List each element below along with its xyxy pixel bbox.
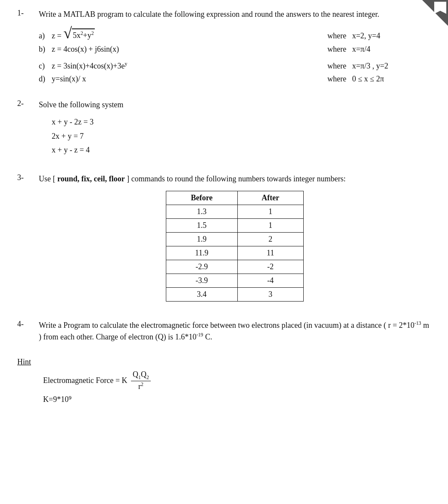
formula-label: Electromagnetic Force = K: [43, 376, 129, 385]
table-row: 1.31: [166, 205, 304, 219]
k-value: K=9*10⁹: [43, 395, 431, 404]
q1-c-condition: where x=π/3 , y=2: [319, 60, 431, 72]
table-cell: 11.9: [166, 246, 238, 260]
hint-title: Hint: [17, 358, 431, 367]
q4-body: Write a Program to calculate the electro…: [39, 320, 431, 345]
q2-intro: Solve the following system: [39, 99, 431, 111]
q1-c-label: c): [39, 60, 52, 72]
q1-b-expr: z = 4cos(x) + j6sin(x): [52, 43, 319, 56]
q1-c-expr: z = 3sin(x)+4cos(x)+3ey: [52, 60, 319, 72]
col-after: After: [237, 191, 303, 205]
q4-text: Write a Program to calculate the electro…: [39, 320, 431, 343]
fraction-denominator: r2: [137, 381, 145, 391]
q3-intro: Use [ round, fix, ceil, floor ] commands…: [39, 173, 431, 185]
q1-d-label: d): [39, 73, 52, 85]
question-1: 1- Write a MATLAB program to calculate t…: [17, 9, 431, 87]
eq2: 2x + y = 7: [52, 129, 431, 143]
q1-a-condition: where x=2, y=4: [319, 30, 431, 42]
bookmark-icon: [422, 0, 448, 26]
q2-body: Solve the following system x + y - 2z = …: [39, 99, 431, 161]
col-before: Before: [166, 191, 238, 205]
question-4: 4- Write a Program to calculate the elec…: [17, 320, 431, 345]
q1-part-b: b) z = 4cos(x) + j6sin(x) where x=π/4: [39, 43, 431, 56]
q2-equations: x + y - 2z = 3 2x + y = 7 x + y - z = 4: [52, 115, 431, 157]
table-cell: 3: [237, 288, 303, 302]
table-cell: 11: [237, 246, 303, 260]
q1-d-expr: y=sin(x)/ x: [52, 73, 319, 85]
fraction-numerator: Q1Q2: [131, 370, 151, 381]
table-cell: 1.9: [166, 233, 238, 246]
commands-text: round, fix, ceil, floor: [57, 174, 125, 183]
force-formula: Electromagnetic Force = K Q1Q2 r2: [43, 370, 431, 391]
sqrt-sign: √: [63, 25, 72, 41]
table-cell: 3.4: [166, 288, 238, 302]
table-row: -2.9-2: [166, 260, 304, 274]
q1-number: 1-: [17, 9, 39, 87]
table-row: -3.9-4: [166, 274, 304, 288]
table-row: 11.911: [166, 246, 304, 260]
table-row: 3.43: [166, 288, 304, 302]
hint-body: Electromagnetic Force = K Q1Q2 r2 K=9*10…: [43, 370, 431, 404]
hint-section: Hint Electromagnetic Force = K Q1Q2 r2 K…: [17, 358, 431, 404]
q1-part-d: d) y=sin(x)/ x where 0 ≤ x ≤ 2π: [39, 73, 431, 85]
table-row: 1.92: [166, 233, 304, 246]
q1-part-c: c) z = 3sin(x)+4cos(x)+3ey where x=π/3 ,…: [39, 60, 431, 72]
q1-d-condition: where 0 ≤ x ≤ 2π: [319, 73, 431, 85]
table-cell: 1: [237, 205, 303, 219]
table-cell: -2.9: [166, 260, 238, 274]
q2-number: 2-: [17, 99, 39, 161]
q1-body: Write a MATLAB program to calculate the …: [39, 9, 431, 87]
question-3: 3- Use [ round, fix, ceil, floor ] comma…: [17, 173, 431, 308]
q4-number: 4-: [17, 320, 39, 345]
table-cell: -2: [237, 260, 303, 274]
table-cell: 1.5: [166, 219, 238, 233]
q1-b-condition: where x=π/4: [319, 43, 431, 56]
q1-intro: Write a MATLAB program to calculate the …: [39, 9, 431, 20]
table-cell: -3.9: [166, 274, 238, 288]
question-2: 2- Solve the following system x + y - 2z…: [17, 99, 431, 161]
q1-a-label: a): [39, 30, 52, 42]
fraction: Q1Q2 r2: [131, 370, 151, 391]
table-row: 1.51: [166, 219, 304, 233]
q1-part-a: a) z = √ 5x2+y2 where x=2, y=4: [39, 25, 431, 42]
rounding-table: Before After 1.311.511.9211.911-2.9-2-3.…: [166, 191, 304, 302]
table-cell: -4: [237, 274, 303, 288]
table-cell: 2: [237, 233, 303, 246]
sqrt-content: 5x2+y2: [72, 28, 95, 42]
q3-number: 3-: [17, 173, 39, 308]
q1-a-expr: z = √ 5x2+y2: [52, 25, 319, 42]
eq1: x + y - 2z = 3: [52, 115, 431, 129]
table-cell: 1: [237, 219, 303, 233]
eq3: x + y - z = 4: [52, 143, 431, 157]
table-cell: 1.3: [166, 205, 238, 219]
q3-body: Use [ round, fix, ceil, floor ] commands…: [39, 173, 431, 308]
q1-b-label: b): [39, 43, 52, 56]
